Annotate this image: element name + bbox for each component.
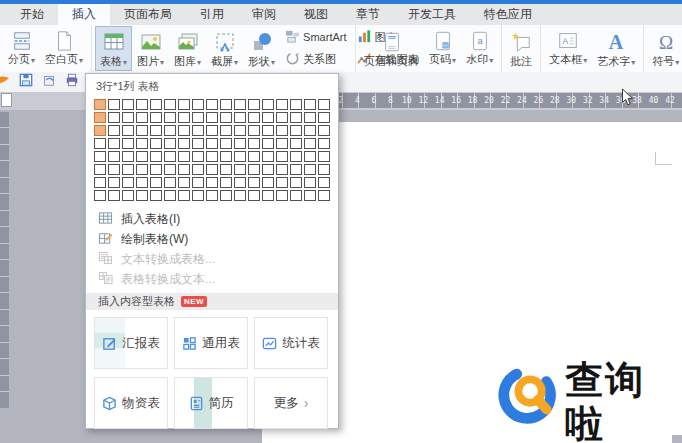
grid-cell-r8c16[interactable] (304, 190, 316, 201)
grid-cell-r4c6[interactable] (164, 138, 176, 149)
grid-cell-r3c1[interactable] (94, 125, 106, 136)
ribbon-button-shapes[interactable]: 形状▾ (243, 26, 280, 71)
ribbon-button-relation-chart[interactable]: 关系图 (280, 48, 351, 70)
grid-cell-r5c17[interactable] (318, 151, 330, 162)
grid-cell-r8c7[interactable] (178, 190, 190, 201)
template-card-stats-table[interactable]: 统计表 (254, 317, 328, 369)
grid-cell-r2c13[interactable] (262, 112, 274, 123)
template-card-resume[interactable]: 简历 (174, 377, 248, 429)
grid-cell-r8c15[interactable] (290, 190, 302, 201)
grid-cell-r8c8[interactable] (192, 190, 204, 201)
grid-cell-r4c15[interactable] (290, 138, 302, 149)
grid-cell-r5c10[interactable] (220, 151, 232, 162)
grid-cell-r4c14[interactable] (276, 138, 288, 149)
grid-cell-r6c3[interactable] (122, 164, 134, 175)
grid-cell-r6c2[interactable] (108, 164, 120, 175)
grid-cell-r1c15[interactable] (290, 99, 302, 110)
grid-cell-r4c3[interactable] (122, 138, 134, 149)
grid-cell-r7c10[interactable] (220, 177, 232, 188)
grid-cell-r6c4[interactable] (136, 164, 148, 175)
ribbon-button-picture[interactable]: 图片▾ (132, 26, 169, 71)
grid-cell-r4c12[interactable] (248, 138, 260, 149)
grid-cell-r1c2[interactable] (108, 99, 120, 110)
grid-cell-r6c9[interactable] (206, 164, 218, 175)
grid-cell-r1c17[interactable] (318, 99, 330, 110)
grid-cell-r3c2[interactable] (108, 125, 120, 136)
grid-cell-r6c8[interactable] (192, 164, 204, 175)
grid-cell-r7c15[interactable] (290, 177, 302, 188)
grid-cell-r5c1[interactable] (94, 151, 106, 162)
grid-cell-r2c11[interactable] (234, 112, 246, 123)
qat-button-save[interactable] (18, 74, 34, 90)
grid-cell-r1c1[interactable] (94, 99, 106, 110)
grid-cell-r3c6[interactable] (164, 125, 176, 136)
grid-cell-r1c9[interactable] (206, 99, 218, 110)
grid-cell-r8c3[interactable] (122, 190, 134, 201)
grid-cell-r3c3[interactable] (122, 125, 134, 136)
grid-cell-r4c2[interactable] (108, 138, 120, 149)
tab-section[interactable]: 章节 (342, 4, 394, 25)
grid-cell-r6c14[interactable] (276, 164, 288, 175)
ribbon-button-blank-page[interactable]: 空白页▾ (40, 26, 88, 71)
grid-cell-r1c16[interactable] (304, 99, 316, 110)
grid-cell-r2c5[interactable] (150, 112, 162, 123)
grid-cell-r8c5[interactable] (150, 190, 162, 201)
ribbon-button-gallery[interactable]: 图库▾ (169, 26, 206, 71)
grid-cell-r8c4[interactable] (136, 190, 148, 201)
grid-cell-r6c15[interactable] (290, 164, 302, 175)
grid-cell-r2c6[interactable] (164, 112, 176, 123)
grid-cell-r5c13[interactable] (262, 151, 274, 162)
grid-cell-r8c14[interactable] (276, 190, 288, 201)
vertical-ruler[interactable] (0, 112, 9, 408)
grid-cell-r3c12[interactable] (248, 125, 260, 136)
template-card-materials-table[interactable]: 物资表 (94, 377, 168, 429)
menu-item-draw-table[interactable]: 绘制表格(W) (86, 229, 338, 249)
grid-cell-r6c11[interactable] (234, 164, 246, 175)
grid-cell-r1c5[interactable] (150, 99, 162, 110)
grid-cell-r3c15[interactable] (290, 125, 302, 136)
grid-cell-r2c12[interactable] (248, 112, 260, 123)
qat-button-undo[interactable] (41, 74, 57, 90)
grid-cell-r7c4[interactable] (136, 177, 148, 188)
grid-cell-r4c5[interactable] (150, 138, 162, 149)
tab-review[interactable]: 审阅 (238, 4, 290, 25)
grid-cell-r2c7[interactable] (178, 112, 190, 123)
ribbon-button-symbol[interactable]: Ω符号▾ (647, 26, 682, 71)
grid-cell-r1c3[interactable] (122, 99, 134, 110)
ribbon-button-watermark[interactable]: a水印▾ (461, 26, 498, 71)
grid-cell-r2c17[interactable] (318, 112, 330, 123)
grid-cell-r6c10[interactable] (220, 164, 232, 175)
grid-cell-r3c11[interactable] (234, 125, 246, 136)
grid-cell-r5c2[interactable] (108, 151, 120, 162)
grid-cell-r5c11[interactable] (234, 151, 246, 162)
tab-view[interactable]: 视图 (290, 4, 342, 25)
grid-cell-r3c8[interactable] (192, 125, 204, 136)
grid-cell-r2c3[interactable] (122, 112, 134, 123)
table-size-grid[interactable] (94, 99, 330, 201)
grid-cell-r5c14[interactable] (276, 151, 288, 162)
grid-cell-r7c16[interactable] (304, 177, 316, 188)
ribbon-button-page-break[interactable]: 分页▾ (3, 26, 40, 71)
grid-cell-r7c14[interactable] (276, 177, 288, 188)
grid-cell-r2c8[interactable] (192, 112, 204, 123)
tab-page-layout[interactable]: 页面布局 (110, 4, 186, 25)
grid-cell-r7c9[interactable] (206, 177, 218, 188)
tab-insert[interactable]: 插入 (58, 4, 110, 25)
grid-cell-r6c16[interactable] (304, 164, 316, 175)
ribbon-button-comment[interactable]: 批注 (505, 26, 537, 71)
grid-cell-r1c6[interactable] (164, 99, 176, 110)
grid-cell-r4c7[interactable] (178, 138, 190, 149)
grid-cell-r4c11[interactable] (234, 138, 246, 149)
grid-cell-r8c6[interactable] (164, 190, 176, 201)
grid-cell-r7c1[interactable] (94, 177, 106, 188)
grid-cell-r2c1[interactable] (94, 112, 106, 123)
ribbon-button-smartart[interactable]: SmartArt (280, 26, 351, 48)
template-card-report-table[interactable]: 汇报表 (94, 317, 168, 369)
ribbon-button-screenshot[interactable]: 截屏▾ (206, 26, 243, 71)
grid-cell-r2c16[interactable] (304, 112, 316, 123)
grid-cell-r4c17[interactable] (318, 138, 330, 149)
grid-cell-r7c17[interactable] (318, 177, 330, 188)
grid-cell-r1c13[interactable] (262, 99, 274, 110)
ribbon-button-header-footer[interactable]: 页眉和页脚 (359, 26, 424, 71)
grid-cell-r3c5[interactable] (150, 125, 162, 136)
